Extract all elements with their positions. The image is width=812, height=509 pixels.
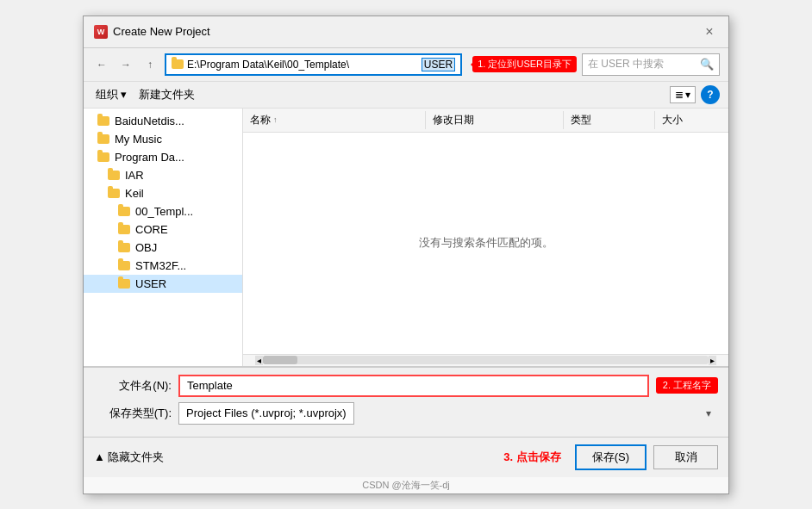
sidebar-item-label: Program Da... [115, 151, 184, 164]
form-area: 文件名(N): 2. 工程名字 保存类型(T): Project Files (… [84, 367, 728, 437]
folder-icon [118, 243, 130, 252]
search-icon: 🔍 [700, 58, 714, 71]
create-project-dialog: W Create New Project × ← → ↑ E:\Program … [83, 16, 729, 494]
back-button[interactable]: ← [92, 55, 111, 74]
folder-icon [118, 279, 130, 289]
address-path: E:\Program Data\Keil\00_Template\ [187, 59, 422, 71]
scroll-left-button[interactable]: ◂ [255, 356, 263, 365]
sort-arrow: ↑ [273, 115, 278, 124]
close-button[interactable]: × [701, 23, 718, 40]
address-bar[interactable]: E:\Program Data\Keil\00_Template\ USER [165, 53, 462, 76]
col-modified[interactable]: 修改日期 [426, 111, 563, 129]
up-button[interactable]: ↑ [141, 55, 159, 74]
filetype-select[interactable]: Project Files (*.uvproj; *.uvprojx) [178, 402, 354, 425]
folder-icon [97, 152, 109, 162]
title-bar: W Create New Project × [84, 16, 728, 48]
file-tree-sidebar: BaiduNetdis... My Music Program Da... IA… [84, 109, 243, 366]
annotation-2: 2. 工程名字 [656, 377, 718, 394]
filename-input[interactable] [178, 375, 649, 397]
watermark: CSDN @沧海一笑-dj [84, 477, 728, 493]
folder-icon [97, 134, 109, 144]
filename-label: 文件名(N): [94, 378, 172, 394]
scrollbar-track [263, 356, 709, 364]
new-folder-button[interactable]: 新建文件夹 [135, 85, 198, 104]
folder-icon [118, 225, 130, 234]
sidebar-item-label: Keil [125, 187, 144, 200]
filename-row: 文件名(N): 2. 工程名字 [94, 375, 718, 397]
sidebar-item-label: STM32F... [135, 259, 186, 272]
sidebar-item-obj[interactable]: OBJ [84, 239, 242, 257]
annotation-1: 1. 定位到USER目录下 [472, 56, 577, 72]
folder-icon [97, 116, 109, 126]
sidebar-item-label: 00_Templ... [135, 205, 193, 218]
address-highlight: USER [422, 58, 455, 71]
save-button[interactable]: 保存(S) [575, 444, 646, 470]
organize-button[interactable]: 组织 ▾ [92, 85, 130, 104]
file-content-panel: 名称 ↑ 修改日期 类型 大小 没有与搜索条件匹配的项。 ◂ [243, 109, 728, 366]
help-button[interactable]: ? [701, 85, 720, 104]
col-name[interactable]: 名称 ↑ [243, 111, 426, 129]
col-type[interactable]: 类型 [564, 111, 655, 129]
dialog-title: Create New Project [113, 25, 210, 38]
column-headers: 名称 ↑ 修改日期 类型 大小 [243, 109, 728, 133]
sidebar-item-user[interactable]: USER [84, 275, 242, 293]
address-toolbar: ← → ↑ E:\Program Data\Keil\00_Template\ … [84, 48, 728, 82]
title-bar-left: W Create New Project [94, 25, 210, 39]
sidebar-item-label: OBJ [135, 241, 157, 254]
sidebar-item-baidunetdis[interactable]: BaiduNetdis... [84, 112, 242, 130]
sidebar-item-my-music[interactable]: My Music [84, 130, 242, 148]
sidebar-item-00-template[interactable]: 00_Templ... [84, 202, 242, 220]
sidebar-item-label: BaiduNetdis... [115, 115, 184, 127]
empty-message: 没有与搜索条件匹配的项。 [243, 133, 728, 354]
sidebar-item-keil[interactable]: Keil [84, 184, 242, 202]
sidebar-item-label: IAR [125, 169, 144, 182]
horizontal-scrollbar[interactable]: ◂ ▸ [243, 354, 728, 366]
scroll-right-button[interactable]: ▸ [709, 356, 716, 365]
sidebar-item-stm32f[interactable]: STM32F... [84, 257, 242, 275]
app-icon: W [94, 25, 108, 39]
sidebar-item-label: USER [135, 277, 166, 290]
annotation-3: 3. 点击保存 [503, 450, 560, 465]
scrollbar-thumb[interactable] [263, 356, 297, 364]
footer-buttons: 3. 点击保存 保存(S) 取消 [503, 444, 718, 470]
folder-icon [108, 171, 120, 180]
sidebar-item-label: CORE [135, 223, 168, 236]
view-button[interactable]: ≣ ▾ [670, 86, 696, 103]
search-bar[interactable]: 在 USER 中搜索 🔍 [582, 53, 720, 76]
sidebar-item-core[interactable]: CORE [84, 220, 242, 239]
filetype-row: 保存类型(T): Project Files (*.uvproj; *.uvpr… [94, 402, 718, 425]
sidebar-item-label: My Music [115, 133, 162, 146]
filetype-label: 保存类型(T): [94, 406, 172, 421]
filetype-select-wrapper: Project Files (*.uvproj; *.uvprojx) [178, 402, 718, 425]
sidebar-item-iar[interactable]: IAR [84, 166, 242, 184]
folder-icon [118, 261, 130, 270]
cancel-button[interactable]: 取消 [653, 445, 718, 469]
main-area: BaiduNetdis... My Music Program Da... IA… [84, 109, 728, 367]
hide-folders-button[interactable]: ▲ 隐藏文件夹 [94, 450, 164, 465]
secondary-toolbar: 组织 ▾ 新建文件夹 ≣ ▾ ? [84, 82, 728, 109]
folder-icon [118, 207, 130, 216]
search-placeholder: 在 USER 中搜索 [588, 57, 696, 71]
sidebar-item-program-data[interactable]: Program Da... [84, 148, 242, 166]
footer: ▲ 隐藏文件夹 3. 点击保存 保存(S) 取消 [84, 437, 728, 477]
forward-button[interactable]: → [116, 55, 135, 74]
col-size[interactable]: 大小 [655, 111, 728, 129]
address-folder-icon [172, 59, 184, 69]
folder-icon [108, 189, 120, 198]
